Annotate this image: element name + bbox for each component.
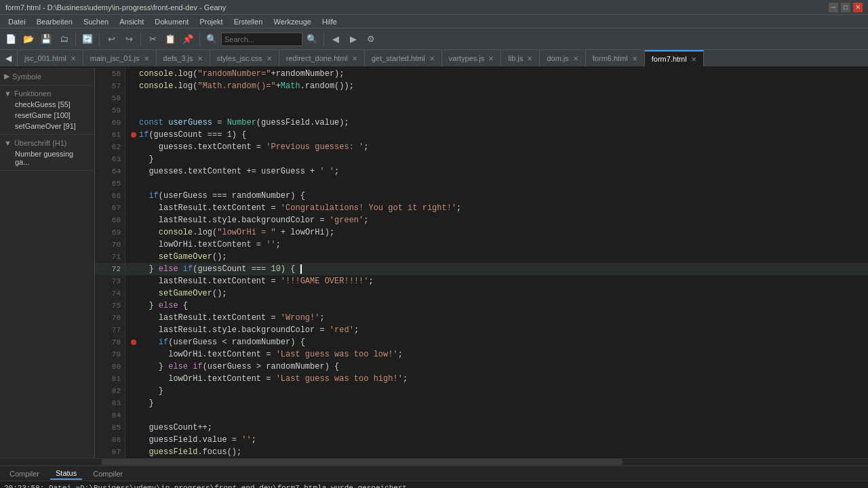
code-line-80: } else if(userGuess > randomNumber) { bbox=[125, 361, 868, 373]
line-num-78: 78 bbox=[95, 336, 125, 348]
line-num-86: 86 bbox=[95, 434, 125, 446]
tab-close-getstarted[interactable]: ✕ bbox=[429, 55, 435, 62]
title-text: form7.html - D:\Business\udemy\in-progre… bbox=[5, 3, 226, 12]
tab-close-styles[interactable]: ✕ bbox=[267, 55, 272, 62]
menu-projekt[interactable]: Projekt bbox=[194, 16, 228, 27]
horizontal-scrollbar[interactable] bbox=[0, 458, 868, 465]
tab-close-form7[interactable]: ✕ bbox=[691, 56, 696, 63]
line-num-87: 87 bbox=[95, 446, 125, 458]
sidebar-symbole: ▶ Symbole bbox=[0, 68, 94, 85]
build-button[interactable]: ⚙ bbox=[363, 31, 379, 47]
menu-werkzeuge[interactable]: Werkzeuge bbox=[268, 16, 316, 27]
save-all-button[interactable]: 🗂 bbox=[56, 31, 72, 47]
open-button[interactable]: 📂 bbox=[20, 31, 37, 47]
sidebar-item-setgameover[interactable]: setGameOver [91] bbox=[4, 121, 90, 131]
menu-ansicht[interactable]: Ansicht bbox=[114, 16, 149, 27]
tab-redirect[interactable]: redirect_done.html✕ bbox=[279, 50, 365, 66]
tab-close-form6[interactable]: ✕ bbox=[632, 55, 637, 62]
out-tab-compiler[interactable]: Compiler bbox=[4, 468, 45, 479]
code-line-73: lastResult.textContent = '!!!GAME OVER!!… bbox=[125, 275, 868, 287]
code-line-77: lastResult.style.backgroundColor = 'red'… bbox=[125, 324, 868, 336]
tab-form7[interactable]: form7.html✕ bbox=[645, 50, 704, 66]
line-num-85: 85 bbox=[95, 422, 125, 434]
sidebar-item-h1text[interactable]: Number guessing ga... bbox=[4, 148, 90, 167]
tab-vartypes[interactable]: vartypes.js✕ bbox=[442, 50, 502, 66]
line-num-77: 77 bbox=[95, 324, 125, 336]
code-line-84 bbox=[125, 409, 868, 422]
tab-mainjsc[interactable]: main_jsc_01.js✕ bbox=[83, 50, 157, 66]
toolbar-sep-4 bbox=[199, 33, 200, 46]
code-line-83: } bbox=[125, 397, 868, 409]
out-tab-compiler2[interactable]: Compiler bbox=[87, 468, 128, 479]
code-line-68: lastResult.style.backgroundColor = 'gree… bbox=[125, 214, 868, 226]
sidebar-h1-header[interactable]: ▼ Überschrift (H1) bbox=[4, 138, 90, 148]
tab-close-mainjsc[interactable]: ✕ bbox=[144, 55, 149, 62]
close-button[interactable]: ✕ bbox=[853, 3, 863, 12]
tab-getstarted[interactable]: get_started.html✕ bbox=[365, 50, 442, 66]
tab-dom[interactable]: dom.js✕ bbox=[540, 50, 585, 66]
code-line-56: console.log("randomNumber="+randomNumber… bbox=[125, 68, 868, 80]
tab-styles[interactable]: styles_jsc.css✕ bbox=[210, 50, 279, 66]
save-button[interactable]: 💾 bbox=[38, 31, 54, 47]
output-tabs: Compiler Status Compiler bbox=[0, 466, 868, 481]
minimize-button[interactable]: ─ bbox=[829, 3, 838, 12]
tab-close-redirect[interactable]: ✕ bbox=[352, 55, 357, 62]
tab-close-lib[interactable]: ✕ bbox=[527, 55, 532, 62]
menu-dokument[interactable]: Dokument bbox=[149, 16, 194, 27]
sidebar-h1: ▼ Überschrift (H1) Number guessing ga... bbox=[0, 135, 94, 171]
sidebar-symbole-header[interactable]: ▶ Symbole bbox=[4, 70, 90, 82]
tab-defs[interactable]: defs_3.js✕ bbox=[157, 50, 210, 66]
sidebar-toggle[interactable]: ◀ bbox=[0, 50, 18, 66]
sidebar-item-checkguess[interactable]: checkGuess [55] bbox=[4, 99, 90, 110]
tab-form6[interactable]: form6.html✕ bbox=[586, 50, 645, 66]
code-line-64: guesses.textContent += userGuess + ' '; bbox=[125, 165, 868, 178]
paste-button[interactable]: 📌 bbox=[180, 31, 196, 47]
next-button[interactable]: ▶ bbox=[345, 31, 361, 47]
tab-close-dom[interactable]: ✕ bbox=[573, 55, 578, 62]
line-num-80: 80 bbox=[95, 361, 125, 373]
menu-erstellen[interactable]: Erstellen bbox=[229, 16, 269, 27]
maximize-button[interactable]: □ bbox=[841, 3, 850, 12]
cut-button[interactable]: ✂ bbox=[144, 31, 161, 47]
out-tab-status[interactable]: Status bbox=[50, 468, 82, 480]
line-num-79: 79 bbox=[95, 348, 125, 361]
tab-lib[interactable]: lib.js✕ bbox=[501, 50, 540, 66]
redo-button[interactable]: ↪ bbox=[121, 31, 137, 47]
line-num-67: 67 bbox=[95, 202, 125, 214]
line-num-73: 73 bbox=[95, 275, 125, 287]
tab-close-jsc001[interactable]: ✕ bbox=[71, 55, 76, 62]
line-num-81: 81 bbox=[95, 373, 125, 385]
code-line-71: setGameOver(); bbox=[125, 251, 868, 263]
menu-suchen[interactable]: Suchen bbox=[78, 16, 114, 27]
tab-close-defs[interactable]: ✕ bbox=[197, 55, 203, 62]
tab-bar: ◀ jsc_001.html✕ main_jsc_01.js✕ defs_3.j… bbox=[0, 50, 868, 68]
line-num-57: 57 bbox=[95, 80, 125, 92]
search-go-button[interactable]: 🔍 bbox=[304, 31, 320, 47]
tab-jsc001[interactable]: jsc_001.html✕ bbox=[18, 50, 83, 66]
copy-button[interactable]: 📋 bbox=[162, 31, 178, 47]
menu-datei[interactable]: Datei bbox=[3, 16, 31, 27]
toolbar-sep-3 bbox=[140, 33, 141, 46]
menu-bearbeiten[interactable]: Bearbeiten bbox=[31, 16, 78, 27]
line-num-68: 68 bbox=[95, 214, 125, 226]
find-button[interactable]: 🔍 bbox=[203, 31, 220, 47]
code-line-82: } bbox=[125, 385, 868, 397]
undo-button[interactable]: ↩ bbox=[103, 31, 119, 47]
prev-button[interactable]: ◀ bbox=[328, 31, 344, 47]
sidebar-item-resetgame[interactable]: resetGame [100] bbox=[4, 110, 90, 121]
code-editor[interactable]: 56 57 58 59 60 61 62 63 64 65 66 67 68 6… bbox=[95, 68, 868, 458]
line-num-82: 82 bbox=[95, 385, 125, 397]
search-input[interactable] bbox=[221, 33, 302, 46]
code-line-78: if(userGuess < randomNumber) { bbox=[125, 336, 868, 348]
tab-close-vartypes[interactable]: ✕ bbox=[488, 55, 494, 62]
line-num-59: 59 bbox=[95, 104, 125, 117]
sidebar: ▶ Symbole ▼ Funktionen checkGuess [55] r… bbox=[0, 68, 95, 458]
code-line-61: if(guessCount === 1) { bbox=[125, 129, 868, 141]
code-line-69: console.log("lowOrHi = " + lowOrHi); bbox=[125, 226, 868, 239]
line-num-76: 76 bbox=[95, 312, 125, 324]
reload-button[interactable]: 🔄 bbox=[79, 31, 96, 47]
sidebar-funktionen-header[interactable]: ▼ Funktionen bbox=[4, 88, 90, 99]
code-line-87: guessField.focus(); bbox=[125, 446, 868, 458]
new-button[interactable]: 📄 bbox=[3, 31, 19, 47]
menu-hilfe[interactable]: Hilfe bbox=[317, 16, 342, 27]
